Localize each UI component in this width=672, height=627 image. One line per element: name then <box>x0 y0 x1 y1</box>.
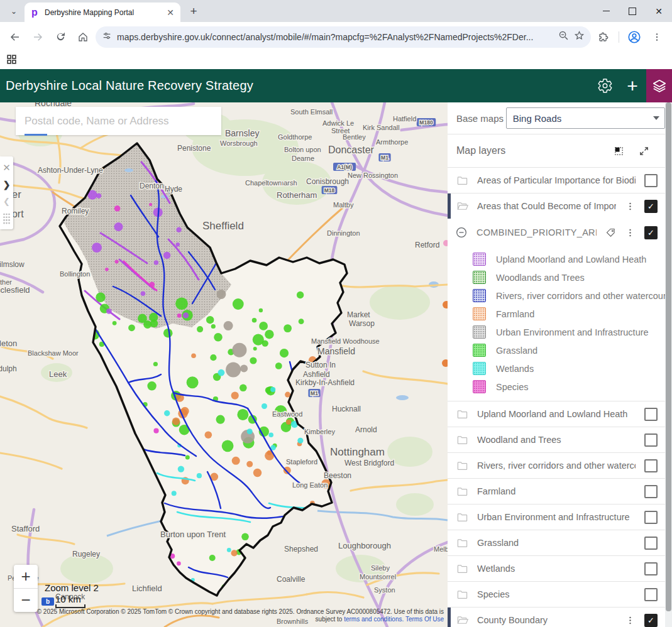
svg-text:Worsbrough: Worsbrough <box>220 139 258 147</box>
legend-item: Upland Moorland and Lowland Heath <box>448 250 665 268</box>
layer-label: Farmland <box>477 486 636 496</box>
svg-text:Rotherham: Rotherham <box>277 190 317 200</box>
add-button[interactable]: + <box>619 69 646 102</box>
drag-handle-icon[interactable] <box>0 210 13 227</box>
reload-button[interactable] <box>50 27 70 47</box>
expand-panel-icon[interactable] <box>631 146 656 156</box>
scrollbar-thumb[interactable] <box>666 102 671 611</box>
home-button[interactable] <box>73 27 93 47</box>
layer-group-row[interactable]: Urban Environment and Infrastructure <box>448 504 665 530</box>
layer-checkbox[interactable] <box>644 408 658 421</box>
partial-visibility-icon[interactable] <box>606 146 631 156</box>
layer-checkbox[interactable] <box>644 511 658 524</box>
map-canvas[interactable]: M1A1(M)M18M180M1 RochdaleOldhamLeesAshto… <box>0 102 448 627</box>
map-search-box <box>16 107 221 135</box>
svg-text:Bolton upon: Bolton upon <box>284 146 321 153</box>
svg-text:Biddulph: Biddulph <box>0 364 17 373</box>
window-close-button[interactable]: ✕ <box>646 0 672 22</box>
layer-checkbox[interactable] <box>644 200 658 213</box>
layer-checkbox[interactable] <box>644 537 658 550</box>
extensions-icon[interactable] <box>593 27 614 47</box>
collapse-minus-icon[interactable] <box>455 226 468 239</box>
layer-checkbox[interactable] <box>644 485 658 498</box>
layer-group-row[interactable]: Woodland and Trees <box>448 427 665 452</box>
svg-text:Stafford: Stafford <box>11 524 40 533</box>
row-menu-icon[interactable] <box>625 615 636 626</box>
layer-label: Urban Environment and Infrastructure <box>477 512 636 522</box>
tab-close-icon[interactable]: ✕ <box>165 8 175 18</box>
terms-of-use-link[interactable]: Terms Of Use <box>405 616 444 623</box>
window-minimize-button[interactable] <box>593 0 619 22</box>
legend-label: Woodlands and Trees <box>496 273 585 283</box>
svg-text:Armthorpe: Armthorpe <box>376 138 408 146</box>
search-input[interactable] <box>16 107 221 135</box>
layer-group-row[interactable]: Rivers, river corridors and other waterc… <box>448 453 665 478</box>
svg-text:A1(M): A1(M) <box>337 164 352 170</box>
bookmark-star-icon[interactable] <box>574 30 585 43</box>
forward-button[interactable] <box>28 27 48 47</box>
folder-open-icon <box>456 200 468 212</box>
layer-group-row[interactable]: Species <box>448 582 665 607</box>
collapse-panel-chevron-left-icon[interactable]: ❮ <box>0 193 13 210</box>
layer-group-areas-could-become-important[interactable]: Areas that Could Become of Importance <box>448 194 665 219</box>
url-text[interactable]: maps.derbyshire.gov.uk/connect/analyst/m… <box>117 32 553 42</box>
layer-group-row[interactable]: Upland Moorland and Lowland Heath <box>448 401 665 427</box>
app-strip <box>0 52 672 69</box>
zoom-out-page-icon[interactable] <box>558 30 569 43</box>
layer-checkbox[interactable] <box>644 614 658 627</box>
zoom-out-button[interactable]: − <box>14 588 38 612</box>
tab-search-button[interactable]: ⌄ <box>6 4 21 19</box>
settings-gear-button[interactable] <box>591 69 619 102</box>
browser-menu-icon[interactable] <box>647 27 667 47</box>
svg-text:Dinnington: Dinnington <box>327 229 360 237</box>
base-maps-dropdown[interactable]: Bing Roads <box>506 107 665 129</box>
zoom-in-button[interactable]: + <box>14 565 38 588</box>
svg-text:Adwick Le: Adwick Le <box>322 119 354 127</box>
layer-checkbox[interactable] <box>644 433 658 447</box>
svg-text:Denton: Denton <box>140 182 164 190</box>
svg-text:Mountsorrel: Mountsorrel <box>360 573 396 581</box>
map-layers-label: Map layers <box>456 145 606 156</box>
legend-label: Upland Moorland and Lowland Heath <box>496 254 646 264</box>
folder-icon <box>456 175 468 187</box>
svg-text:Shepshed: Shepshed <box>284 545 318 553</box>
back-button[interactable] <box>5 27 25 47</box>
layer-checkbox[interactable] <box>644 459 658 472</box>
row-menu-icon[interactable] <box>625 201 636 212</box>
label-tag-icon[interactable] <box>605 227 616 238</box>
folder-icon <box>456 460 468 472</box>
svg-text:Eastwood: Eastwood <box>272 410 302 418</box>
svg-text:Hyde: Hyde <box>165 185 182 194</box>
legend-swatch <box>473 253 486 266</box>
layer-group-county-boundary[interactable]: County Boundary <box>448 608 665 627</box>
layer-group-row[interactable]: Grassland <box>448 530 665 555</box>
layer-group-row[interactable]: Wetlands <box>448 556 665 581</box>
new-tab-button[interactable]: + <box>185 3 202 19</box>
app-grid-icon[interactable] <box>6 54 17 67</box>
layer-checkbox[interactable] <box>644 588 658 601</box>
layer-group-areas-particular-importance[interactable]: Areas of Particular Importance for Biodi… <box>448 168 665 193</box>
legend-label: Urban Environment and Infrastructure <box>496 327 649 337</box>
terms-conditions-link[interactable]: terms and conditions. <box>344 616 404 623</box>
profile-avatar[interactable] <box>624 27 644 47</box>
expand-panel-chevron-right-icon[interactable]: ❯ <box>0 176 13 193</box>
window-maximize-button[interactable] <box>619 0 646 22</box>
site-favicon-icon: p <box>30 8 40 18</box>
close-icon[interactable]: ✕ <box>0 159 13 176</box>
svg-text:Warsop: Warsop <box>349 319 375 328</box>
browser-tab[interactable]: p Derbyshire Mapping Portal ✕ <box>25 3 180 22</box>
sublayer-combined-priority-area[interactable]: COMBINED_PRIORITY_AREA <box>448 219 665 246</box>
url-bar[interactable]: maps.derbyshire.gov.uk/connect/analyst/m… <box>96 26 591 48</box>
layer-group-row[interactable]: Farmland <box>448 479 665 504</box>
panel-scrollbar[interactable] <box>665 102 672 627</box>
layers-panel-button[interactable] <box>646 69 672 102</box>
layer-checkbox[interactable] <box>644 562 658 575</box>
toolbar-separator <box>619 31 619 43</box>
svg-text:M180: M180 <box>419 119 433 126</box>
row-menu-icon[interactable] <box>625 227 636 238</box>
legend-swatch <box>473 271 486 284</box>
layer-checkbox[interactable] <box>644 226 658 239</box>
svg-text:Wilmslow: Wilmslow <box>0 260 25 269</box>
layer-checkbox[interactable] <box>644 174 658 187</box>
site-settings-icon[interactable] <box>102 31 112 43</box>
